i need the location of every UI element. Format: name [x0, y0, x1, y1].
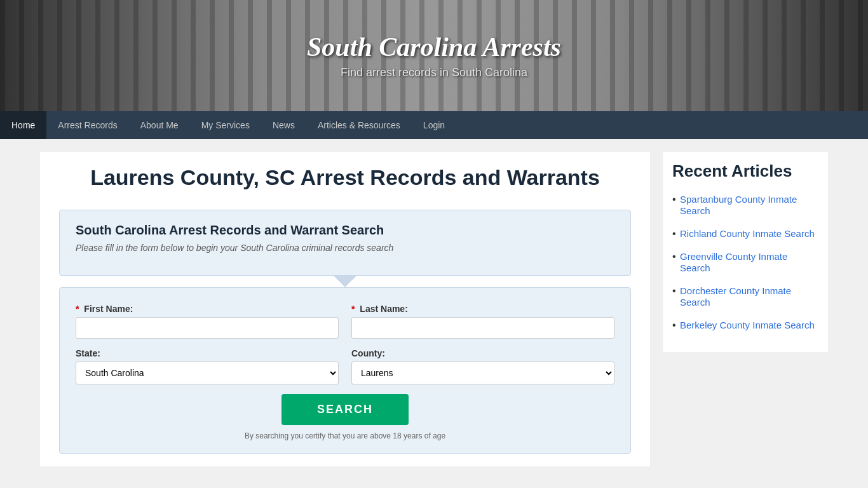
first-name-input[interactable]: [76, 317, 339, 339]
site-subtitle: Find arrest records in South Carolina: [307, 66, 561, 79]
nav-about-me[interactable]: About Me: [129, 111, 190, 139]
last-name-label: * Last Name:: [351, 304, 614, 314]
article-link-richland[interactable]: Richland County Inmate Search: [680, 228, 815, 239]
search-button[interactable]: SEARCH: [281, 394, 409, 425]
nav-arrest-records[interactable]: Arrest Records: [46, 111, 128, 139]
list-item: Dorchester County Inmate Search: [672, 285, 818, 308]
sidebar-title: Recent Articles: [672, 161, 818, 181]
recent-articles-list: Spartanburg County Inmate Search Richlan…: [672, 194, 818, 331]
article-link-spartanburg[interactable]: Spartanburg County Inmate Search: [680, 194, 797, 216]
nav-home[interactable]: Home: [0, 111, 46, 139]
state-label: State:: [76, 348, 339, 358]
county-group: County: Laurens: [351, 348, 614, 384]
site-header: South Carolina Arrests Find arrest recor…: [0, 0, 868, 111]
nav-my-services[interactable]: My Services: [190, 111, 261, 139]
page-heading: Laurens County, SC Arrest Records and Wa…: [59, 165, 631, 191]
form-note: By searching you certify that you are ab…: [76, 431, 614, 440]
name-row: * First Name: * Last Name:: [76, 304, 614, 339]
form-box-title: South Carolina Arrest Records and Warran…: [76, 223, 614, 238]
county-select[interactable]: Laurens: [351, 362, 614, 384]
form-pointer: [334, 276, 356, 287]
last-name-required: *: [351, 304, 355, 314]
form-intro-box: South Carolina Arrest Records and Warran…: [59, 210, 631, 276]
list-item: Richland County Inmate Search: [672, 228, 818, 240]
list-item: Berkeley County Inmate Search: [672, 320, 818, 331]
nav-login[interactable]: Login: [412, 111, 456, 139]
site-title: South Carolina Arrests: [307, 32, 561, 62]
first-name-group: * First Name:: [76, 304, 339, 339]
form-box-subtitle: Please fill in the form below to begin y…: [76, 243, 614, 253]
main-nav: Home Arrest Records About Me My Services…: [0, 111, 868, 139]
state-select[interactable]: South Carolina: [76, 362, 339, 384]
last-name-group: * Last Name:: [351, 304, 614, 339]
nav-news[interactable]: News: [261, 111, 306, 139]
state-group: State: South Carolina: [76, 348, 339, 384]
nav-articles-resources[interactable]: Articles & Resources: [306, 111, 412, 139]
article-link-berkeley[interactable]: Berkeley County Inmate Search: [680, 320, 815, 330]
sidebar: Recent Articles Spartanburg County Inmat…: [663, 152, 828, 466]
last-name-input[interactable]: [351, 317, 614, 339]
search-form: * First Name: * Last Name: State:: [59, 287, 631, 454]
first-name-required: *: [76, 304, 79, 314]
list-item: Spartanburg County Inmate Search: [672, 194, 818, 217]
header-content: South Carolina Arrests Find arrest recor…: [307, 32, 561, 79]
page-wrapper: Laurens County, SC Arrest Records and Wa…: [31, 139, 837, 479]
main-content: Laurens County, SC Arrest Records and Wa…: [40, 152, 650, 466]
list-item: Greenville County Inmate Search: [672, 251, 818, 274]
article-link-greenville[interactable]: Greenville County Inmate Search: [680, 251, 787, 273]
sidebar-box: Recent Articles Spartanburg County Inmat…: [663, 152, 828, 352]
location-row: State: South Carolina County: Laurens: [76, 348, 614, 384]
county-label: County:: [351, 348, 614, 358]
article-link-dorchester[interactable]: Dorchester County Inmate Search: [680, 285, 791, 308]
first-name-label: * First Name:: [76, 304, 339, 314]
